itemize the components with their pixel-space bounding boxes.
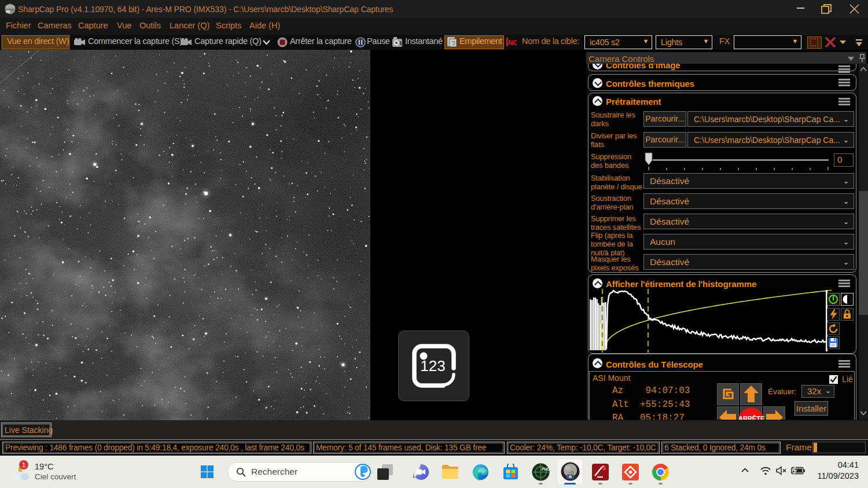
svg-text:123: 123 xyxy=(420,357,445,375)
svg-text:PHD: PHD xyxy=(542,467,550,471)
svg-text:NG: NG xyxy=(508,39,517,47)
